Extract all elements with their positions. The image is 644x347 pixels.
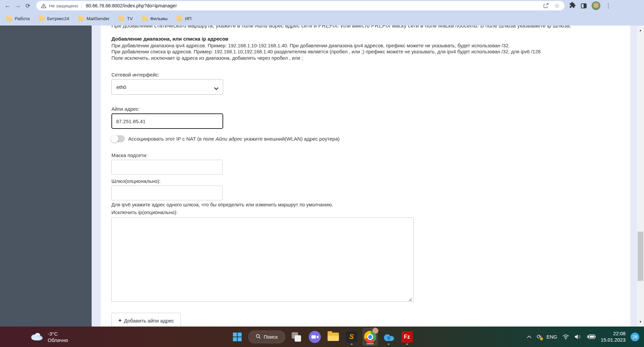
bookmark-label: TV [127,16,133,21]
bookmarks-bar: РаботаБитрикс24MailSenderTVФильмыИП [0,11,644,26]
interface-select-value: eth0 [116,84,126,90]
folder-icon [6,16,12,21]
info-text: При добавлении диапазона ipv4 адресов. П… [111,43,541,61]
sublime-text-icon: S [346,331,357,343]
address-divider [82,3,82,8]
chat-button[interactable] [307,328,322,346]
browser-toolbar: ← → ⟳ Не защищено 80.66.78.66:8002/index… [0,0,644,11]
cloud-app-icon [383,333,395,341]
clock-widget[interactable]: 22:08 15.01.2023 [601,331,626,343]
subnet-mask-label: Маска подсети: [111,152,148,158]
profile-avatar[interactable] [592,1,600,10]
info-line-1: При добавлении диапазона ipv4 адресов. П… [111,43,541,49]
page-scrollbar[interactable]: ▲ ▼ [637,26,644,327]
task-view-button[interactable] [289,328,304,346]
bookmark-star-icon[interactable]: ☆ [554,2,560,9]
tray-chevron-up-icon[interactable] [527,336,532,338]
section-title: Добавление диапазона, или списка ip адре… [111,36,228,42]
page-gutter-left [92,26,101,327]
weather-temp: -3°C [48,331,68,337]
ip-address-label: Айпи адрес: [111,106,140,112]
subnet-mask-input[interactable] [111,160,222,175]
wifi-icon[interactable] [562,334,569,340]
bookmark-folder[interactable]: Фильмы [142,16,168,21]
chevron-down-icon [214,85,218,91]
windows-start-icon [233,333,242,341]
forward-icon[interactable]: → [13,1,23,11]
clock-time: 22:08 [601,331,626,337]
bookmark-label: MailSender [87,16,109,21]
cloud-app-button[interactable] [381,328,396,346]
bookmark-label: Фильмы [150,16,168,21]
bookmark-folder[interactable]: Битрикс24 [39,16,69,21]
filezilla-icon: Fz [401,331,413,343]
bookmark-label: Битрикс24 [47,16,69,21]
nat-toggle[interactable] [111,135,125,142]
bookmark-folder[interactable]: Работа [6,16,30,21]
filezilla-button[interactable]: Fz [400,328,414,346]
folder-icon [177,16,182,21]
taskbar-apps: Поиск S [230,327,414,347]
share-icon[interactable] [543,3,549,9]
not-secure-warning-icon[interactable] [41,3,46,8]
weather-widget[interactable]: -3°C Облачно [30,331,68,343]
weather-desc: Облачно [48,337,68,343]
clock-date: 15.01.2023 [601,337,626,343]
bookmark-folder[interactable]: ИП [177,16,191,21]
scrollbar-down-icon[interactable]: ▼ [637,320,644,324]
bookmark-label: ИП [185,16,191,21]
reload-icon[interactable]: ⟳ [23,1,33,11]
language-indicator[interactable]: ENG [547,334,557,340]
interface-select[interactable]: eth0 [111,79,223,95]
scrollbar-thumb[interactable] [638,232,643,281]
nat-toggle-knob [111,135,118,143]
file-explorer-button[interactable] [326,328,341,346]
ipv6-note: Для ipv6 укажите адрес одного шлюза, что… [111,202,333,207]
page-content: При добавлении статического маршрута, ук… [101,26,630,327]
update-sync-icon[interactable]: ⟳ [537,333,541,340]
video-chat-icon [309,331,321,343]
gateway-label: Шлюз(опционально): [111,178,160,184]
interface-label: Сетевой интерфейс: [111,72,159,78]
gateway-input[interactable] [111,186,222,200]
extensions-icon[interactable] [569,2,576,10]
add-ip-button-label: Добавить айпи адрес [124,318,174,324]
address-bar[interactable]: Не защищено 80.66.78.66:8002/index.php?d… [36,1,564,10]
info-line-2: При добавлении списка ip адресов. Пример… [111,49,541,55]
explorer-folder-icon [328,333,339,341]
notification-badge[interactable]: 26 [631,333,639,341]
folder-icon [39,16,45,21]
system-tray: ⟳ ENG 22:08 15.01.2023 26 [527,327,639,347]
bookmark-folder[interactable]: TV [118,16,133,21]
exclude-ip-label: Исключить ip(опционально): [111,209,178,215]
speaker-icon[interactable] [575,334,582,340]
running-indicator [406,344,408,345]
url-text[interactable]: 80.66.78.66:8002/index.php?do=ipmanager [86,3,177,8]
side-panel-icon[interactable] [581,3,587,8]
start-button[interactable] [230,328,245,346]
add-ip-button[interactable]: + Добавить айпи адрес [111,313,181,328]
security-label[interactable]: Не защищено [49,3,78,8]
browser-menu-icon[interactable]: ⋮ [605,2,611,9]
cloud-weather-icon [30,332,44,342]
taskbar: -3°C Облачно Поиск [0,327,644,347]
running-indicator [388,344,390,345]
taskbar-search[interactable]: Поиск [248,331,285,343]
scrollbar-up-icon[interactable]: ▲ [637,29,644,32]
exclude-ip-textarea[interactable] [111,217,414,302]
page-gutter-right [630,26,637,327]
bookmark-folder[interactable]: MailSender [78,16,109,21]
info-line-3: Поле исключить, исключает ip адреса из д… [111,55,541,61]
folder-icon [78,16,84,21]
plus-icon: + [118,317,121,324]
chrome-button[interactable] [363,328,378,346]
page-sidebar [0,26,92,327]
ip-address-input[interactable] [111,113,223,129]
battery-charging-icon[interactable] [587,334,596,339]
active-app-indicator [366,343,374,344]
screen: ← → ⟳ Не защищено 80.66.78.66:8002/index… [0,0,644,347]
chrome-profile-badge [372,328,379,334]
back-icon[interactable]: ← [3,1,13,11]
running-indicator [351,344,353,345]
sublime-text-button[interactable]: S [344,328,359,346]
